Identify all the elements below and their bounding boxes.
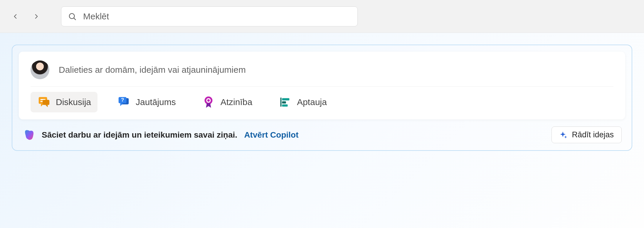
compose-frame: Dalieties ar domām, idejām vai atjauninā… [12,45,632,151]
poll-icon [278,95,292,109]
tab-discussion[interactable]: Diskusija [31,92,97,112]
post-type-tabs: Diskusija ? Jautājums [19,87,625,119]
tab-praise[interactable]: Atzinība [195,92,259,112]
nav-forward-button[interactable] [28,8,45,25]
chevron-right-icon [33,13,40,20]
chevron-left-icon [11,13,19,20]
avatar [31,60,49,79]
compose-prompt-row: Dalieties ar domām, idejām vai atjauninā… [19,52,625,86]
show-ideas-button[interactable]: Rādīt idejas [551,126,622,143]
search-box[interactable] [61,6,358,26]
tab-discussion-label: Diskusija [56,97,91,107]
discussion-icon [37,95,51,109]
svg-point-11 [207,99,210,102]
nav-back-button[interactable] [7,8,23,25]
compose-card: Dalieties ar domām, idejām vai atjauninā… [19,52,625,119]
copilot-text: Sāciet darbu ar idejām un ieteikumiem sa… [22,129,299,141]
tab-praise-label: Atzinība [221,97,252,107]
search-input[interactable] [83,11,351,21]
tab-poll-label: Aptauja [297,97,327,107]
question-icon: ? [117,95,130,109]
svg-text:?: ? [121,97,124,103]
compose-prompt[interactable]: Dalieties ar domām, idejām vai atjauninā… [59,65,613,75]
tab-question[interactable]: ? Jautājums [110,92,182,112]
svg-rect-13 [282,98,290,101]
sparkle-icon [559,131,568,139]
tab-poll[interactable]: Aptauja [272,92,333,112]
search-icon [68,12,77,21]
copilot-row: Sāciet darbu ar idejām un ieteikumiem sa… [19,119,625,144]
topbar [0,0,644,33]
copilot-open-link[interactable]: Atvērt Copilot [244,130,298,139]
svg-rect-5 [43,100,49,105]
svg-rect-14 [282,101,286,104]
show-ideas-label: Rādīt idejas [572,130,614,139]
tab-question-label: Jautājums [136,97,176,107]
main-area: Dalieties ar domām, idejām vai atjauninā… [0,33,644,228]
copilot-lead: Sāciet darbu ar idejām un ieteikumiem sa… [42,130,237,139]
praise-icon [202,95,215,109]
svg-rect-15 [282,104,288,107]
copilot-icon [22,129,35,141]
svg-line-1 [74,18,75,20]
svg-rect-12 [280,98,282,107]
